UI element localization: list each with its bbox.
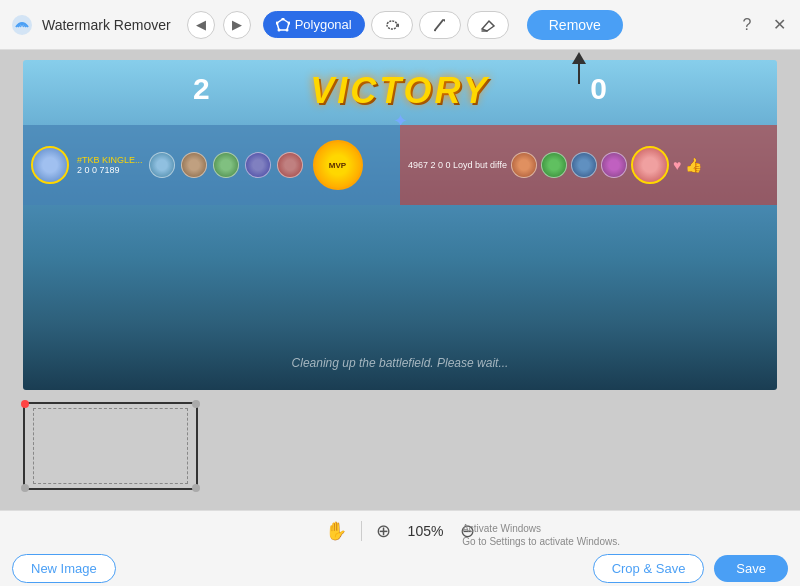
hero-icon-3 — [213, 152, 239, 178]
hero-icon-r1 — [511, 152, 537, 178]
mvp-badge: MVP — [313, 140, 363, 190]
hero-icon-4 — [245, 152, 271, 178]
svg-marker-1 — [277, 19, 289, 30]
watermark-area: Cleaning up the battlefield. Please wait… — [23, 356, 777, 370]
save-button[interactable]: Save — [714, 555, 788, 582]
app-title: Watermark Remover — [42, 17, 171, 33]
app-icon — [10, 13, 34, 37]
team-left: #TKB KINGLE... 2 0 0 7189 MVP — [23, 125, 400, 205]
win-activate-line1: Activate Windows — [462, 522, 620, 535]
thumbsup-icon: 👍 — [685, 157, 702, 173]
handle-bottom-right[interactable] — [192, 484, 200, 492]
hero-icon-2 — [181, 152, 207, 178]
action-bar: New Image Activate Windows Go to Setting… — [0, 550, 800, 586]
svg-point-4 — [285, 28, 288, 31]
lasso-icon — [384, 17, 400, 33]
hero-icon-1 — [149, 152, 175, 178]
toolbar: Polygonal — [263, 11, 509, 39]
player-score-left: 2 0 0 7189 — [77, 165, 143, 175]
player-avatar-left — [31, 146, 69, 184]
title-bar: Watermark Remover ◀ ▶ Polygonal — [0, 0, 800, 50]
arrow-head — [572, 52, 586, 64]
handle-bottom-left[interactable] — [21, 484, 29, 492]
erase-tool-button[interactable] — [467, 11, 509, 39]
team-right: 4967 2 0 0 Loyd but diffe ♥ 👍 — [400, 125, 777, 205]
svg-point-5 — [277, 28, 280, 31]
polygonal-tool-button[interactable]: Polygonal — [263, 11, 365, 38]
remove-button[interactable]: Remove — [527, 10, 623, 40]
arrow-shaft — [578, 64, 580, 84]
selection-box[interactable] — [23, 402, 198, 490]
help-button[interactable]: ? — [736, 14, 758, 36]
divider — [361, 521, 362, 541]
score-left: 2 — [193, 72, 210, 106]
player-info-right: 4967 2 0 0 Loyd but diffe — [408, 160, 507, 170]
crop-save-button[interactable]: Crop & Save — [593, 554, 705, 583]
game-image: VICTORY 2 0 ✦ #TKB KINGLE... 2 0 0 7189 … — [23, 60, 777, 390]
win-activate-line2: Go to Settings to activate Windows. — [462, 535, 620, 548]
windows-activation-text: Activate Windows Go to Settings to activ… — [462, 522, 620, 548]
erase-icon — [480, 17, 496, 33]
main-canvas: VICTORY 2 0 ✦ #TKB KINGLE... 2 0 0 7189 … — [0, 50, 800, 510]
polygonal-label: Polygonal — [295, 17, 352, 32]
bottom-bar: ✋ ⊕ 105% ⊖ New Image Activate Windows Go… — [0, 510, 800, 586]
arrow-indicator — [572, 52, 586, 84]
hero-icon-r2 — [541, 152, 567, 178]
selection-dashed-border — [33, 408, 188, 484]
zoom-level: 105% — [403, 523, 448, 539]
handle-top-right[interactable] — [192, 400, 200, 408]
score-right: 0 — [590, 72, 607, 106]
hero-icon-r3 — [571, 152, 597, 178]
pan-tool-icon[interactable]: ✋ — [325, 520, 347, 542]
player-avatar-right — [631, 146, 669, 184]
player-info-left: #TKB KINGLE... 2 0 0 7189 — [77, 155, 143, 175]
handle-top-left[interactable] — [21, 400, 29, 408]
stats-bar: #TKB KINGLE... 2 0 0 7189 MVP 4967 2 0 0… — [23, 125, 777, 205]
player-score-right: 4967 2 0 0 Loyd but diffe — [408, 160, 507, 170]
close-button[interactable]: ✕ — [768, 14, 790, 36]
hero-icon-5 — [277, 152, 303, 178]
polygonal-icon — [276, 18, 290, 32]
window-controls: ? ✕ — [736, 14, 790, 36]
watermark-text: Cleaning up the battlefield. Please wait… — [292, 356, 509, 370]
zoom-in-icon[interactable]: ⊕ — [376, 520, 391, 542]
forward-button[interactable]: ▶ — [223, 11, 251, 39]
back-button[interactable]: ◀ — [187, 11, 215, 39]
svg-point-7 — [387, 21, 397, 29]
new-image-button[interactable]: New Image — [12, 554, 116, 583]
lasso-tool-button[interactable] — [371, 11, 413, 39]
hero-icon-r4 — [601, 152, 627, 178]
zoom-bar: ✋ ⊕ 105% ⊖ — [0, 511, 800, 550]
brush-icon — [432, 17, 448, 33]
player-name-left: #TKB KINGLE... — [77, 155, 143, 165]
brush-tool-button[interactable] — [419, 11, 461, 39]
victory-text: VICTORY — [310, 70, 490, 112]
heart-icon: ♥ — [673, 157, 681, 173]
